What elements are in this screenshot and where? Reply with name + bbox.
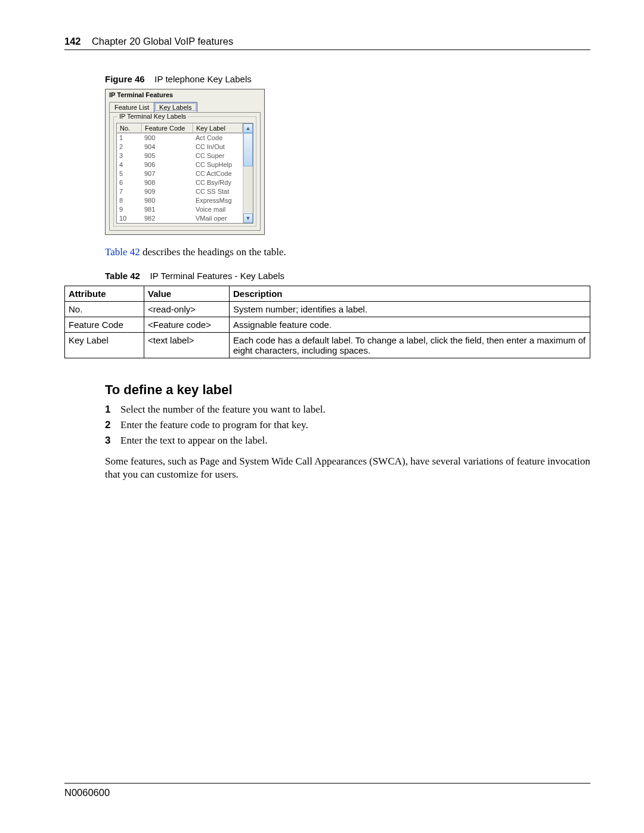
cell-key-label: CC SS Stat bbox=[193, 187, 243, 196]
cell-no: 4 bbox=[117, 160, 142, 169]
step-number: 1 bbox=[105, 404, 110, 416]
tab-pane-key-labels: IP Terminal Key Labels No. Feature Code … bbox=[109, 112, 261, 231]
figure-label: Figure 46 bbox=[105, 74, 145, 84]
cell-feature-code: 909 bbox=[142, 187, 193, 196]
closing-paragraph: Some features, such as Page and System W… bbox=[105, 455, 590, 481]
attribute-table: Attribute Value Description No.<read-onl… bbox=[64, 286, 590, 358]
scroll-up-icon[interactable]: ▲ bbox=[243, 123, 253, 133]
column-header-key-label[interactable]: Key Label bbox=[193, 123, 243, 133]
table-title: IP Terminal Features - Key Labels bbox=[150, 271, 284, 281]
step-number: 3 bbox=[105, 435, 110, 447]
list-item[interactable]: 5907CC ActCode bbox=[117, 169, 243, 178]
step-item: 1Select the number of the feature you wa… bbox=[120, 404, 590, 416]
table-cross-reference: Table 42 describes the headings on the t… bbox=[105, 246, 590, 259]
cell-no: 7 bbox=[117, 187, 142, 196]
ip-terminal-features-window: IP Terminal Features Feature List Key La… bbox=[105, 89, 265, 235]
list-item[interactable]: 1900Act Code bbox=[117, 134, 243, 143]
cell-no: 8 bbox=[117, 196, 142, 205]
cell-feature-code: 982 bbox=[142, 214, 193, 223]
list-item[interactable]: 8980ExpressMsg bbox=[117, 196, 243, 205]
fieldset-legend: IP Terminal Key Labels bbox=[117, 113, 188, 120]
cell-description: Assignable feature code. bbox=[230, 317, 590, 333]
cell-key-label: CC Super bbox=[193, 151, 243, 160]
key-labels-fieldset: IP Terminal Key Labels No. Feature Code … bbox=[113, 116, 256, 227]
cell-key-label: CC SupHelp bbox=[193, 160, 243, 169]
document-id: N0060600 bbox=[64, 787, 110, 798]
step-item: 3Enter the text to appear on the label. bbox=[120, 435, 590, 447]
table-label: Table 42 bbox=[105, 271, 140, 281]
page-number: 142 bbox=[64, 36, 81, 47]
list-item[interactable]: 9981Voice mail bbox=[117, 205, 243, 214]
cell-key-label: ExpressMsg bbox=[193, 196, 243, 205]
cell-attribute: Key Label bbox=[65, 333, 144, 358]
cell-feature-code: 980 bbox=[142, 196, 193, 205]
page-footer: N0060600 bbox=[64, 783, 590, 798]
cell-description: Each code has a default label. To change… bbox=[230, 333, 590, 358]
cell-key-label: Voice mail bbox=[193, 205, 243, 214]
cell-feature-code: 907 bbox=[142, 169, 193, 178]
cell-value: <read-only> bbox=[144, 302, 230, 317]
step-text: Enter the text to appear on the label. bbox=[120, 435, 267, 446]
column-header-description: Description bbox=[230, 286, 590, 302]
cell-description: System number; identifies a label. bbox=[230, 302, 590, 317]
figure-caption: Figure 46 IP telephone Key Labels bbox=[105, 74, 590, 84]
step-text: Enter the feature code to program for th… bbox=[120, 419, 308, 431]
list-item[interactable]: 7909CC SS Stat bbox=[117, 187, 243, 196]
cell-feature-code: 904 bbox=[142, 143, 193, 151]
cell-feature-code: 981 bbox=[142, 205, 193, 214]
cell-value: <text label> bbox=[144, 333, 230, 358]
cell-no: 5 bbox=[117, 169, 142, 178]
tab-feature-list[interactable]: Feature List bbox=[109, 102, 154, 112]
column-header-feature-code[interactable]: Feature Code bbox=[142, 123, 193, 133]
tab-key-labels[interactable]: Key Labels bbox=[154, 102, 197, 112]
step-item: 2Enter the feature code to program for t… bbox=[120, 419, 590, 431]
scroll-thumb[interactable] bbox=[243, 133, 253, 166]
table-caption: Table 42 IP Terminal Features - Key Labe… bbox=[105, 271, 590, 281]
cell-attribute: No. bbox=[65, 302, 144, 317]
cell-feature-code: 905 bbox=[142, 151, 193, 160]
cell-feature-code: 900 bbox=[142, 134, 193, 143]
scroll-down-icon[interactable]: ▼ bbox=[243, 213, 253, 223]
chapter-title: Chapter 20 Global VoIP features bbox=[92, 36, 233, 47]
table-row: Key Label<text label>Each code has a def… bbox=[65, 333, 590, 358]
cell-key-label: CC ActCode bbox=[193, 169, 243, 178]
list-item[interactable]: 3905CC Super bbox=[117, 151, 243, 160]
list-item[interactable]: 4906CC SupHelp bbox=[117, 160, 243, 169]
listview-header: No. Feature Code Key Label bbox=[117, 123, 243, 134]
listview-scrollbar[interactable]: ▲ ▼ bbox=[243, 123, 253, 223]
cell-value: <Feature code> bbox=[144, 317, 230, 333]
table-row: Feature Code<Feature code>Assignable fea… bbox=[65, 317, 590, 333]
key-labels-listview[interactable]: No. Feature Code Key Label 1900Act Code2… bbox=[116, 123, 253, 224]
list-item[interactable]: 10982VMail oper bbox=[117, 214, 243, 223]
cell-key-label: CC In/Out bbox=[193, 143, 243, 151]
column-header-attribute: Attribute bbox=[65, 286, 144, 302]
section-heading: To define a key label bbox=[105, 382, 590, 398]
cell-no: 9 bbox=[117, 205, 142, 214]
tab-strip: Feature List Key Labels bbox=[106, 100, 264, 112]
window-title: IP Terminal Features bbox=[106, 89, 264, 100]
figure-title: IP telephone Key Labels bbox=[154, 74, 251, 84]
table-row: No.<read-only>System number; identifies … bbox=[65, 302, 590, 317]
cell-key-label: VMail oper bbox=[193, 214, 243, 223]
cell-key-label: CC Bsy/Rdy bbox=[193, 178, 243, 187]
cell-no: 10 bbox=[117, 214, 142, 223]
cell-no: 6 bbox=[117, 178, 142, 187]
cell-attribute: Feature Code bbox=[65, 317, 144, 333]
cell-feature-code: 908 bbox=[142, 178, 193, 187]
table-42-link[interactable]: Table 42 bbox=[105, 246, 140, 258]
cell-no: 1 bbox=[117, 134, 142, 143]
column-header-no[interactable]: No. bbox=[117, 123, 142, 133]
cell-no: 2 bbox=[117, 143, 142, 151]
cell-feature-code: 906 bbox=[142, 160, 193, 169]
cell-key-label: Act Code bbox=[193, 134, 243, 143]
cell-no: 3 bbox=[117, 151, 142, 160]
step-number: 2 bbox=[105, 419, 110, 431]
step-text: Select the number of the feature you wan… bbox=[120, 404, 326, 415]
xref-rest: describes the headings on the table. bbox=[140, 246, 286, 258]
list-item[interactable]: 6908CC Bsy/Rdy bbox=[117, 178, 243, 187]
list-item[interactable]: 2904CC In/Out bbox=[117, 143, 243, 151]
column-header-value: Value bbox=[144, 286, 230, 302]
running-header: 142 Chapter 20 Global VoIP features bbox=[64, 36, 590, 50]
steps-list: 1Select the number of the feature you wa… bbox=[105, 404, 590, 447]
